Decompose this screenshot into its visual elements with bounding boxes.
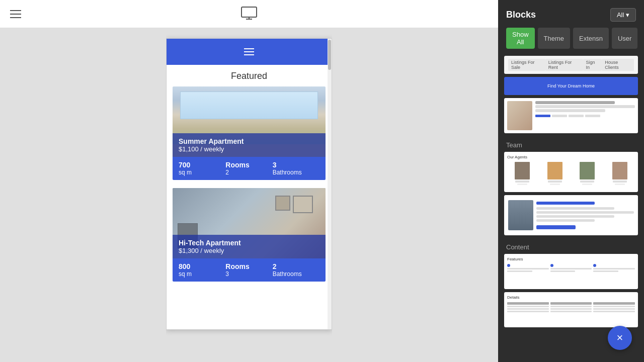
thumb-agent-text-4	[536, 219, 595, 222]
thumb-blue-banner-text: Find Your Dream Home	[547, 83, 595, 88]
thumb-prop-line-2	[535, 109, 605, 112]
thumb-team-agents-row	[507, 162, 635, 185]
thumb-feature-line-3	[593, 268, 635, 269]
mobile-hamburger-icon	[244, 48, 254, 55]
thumb-nav-link-4: House Clients	[602, 59, 634, 71]
thumb-feature-line-1	[507, 268, 549, 269]
thumb-agent-role-1	[517, 184, 527, 185]
property-price-1: $1,100 / weekly	[179, 145, 319, 153]
block-thumb-details[interactable]: Details	[504, 292, 638, 327]
team-section-label: Team	[498, 136, 644, 152]
thumb-detail-row-2a	[550, 306, 592, 307]
thumb-detail-col-1	[507, 302, 549, 312]
thumb-prop-tabs	[535, 115, 635, 117]
thumb-feature-1	[507, 264, 549, 272]
thumb-details-content: Details	[504, 292, 638, 327]
thumb-blue-banner-content: Find Your Dream Home	[504, 77, 638, 95]
property-price-2: $1,300 / weekly	[179, 247, 319, 254]
close-fab-button[interactable]: ×	[608, 326, 632, 350]
property-image-2: Hi-Tech Apartment $1,300 / weekly	[173, 188, 326, 258]
property-stats-2: 800 sq m Rooms 3 2 Bathrooms	[173, 258, 326, 282]
left-panel: Featured Summer Apartment $1,100 / weekl…	[0, 0, 498, 362]
property-overlay-2: Hi-Tech Apartment $1,300 / weekly	[173, 235, 326, 258]
thumb-detail-row-2c	[550, 311, 592, 312]
thumb-feature-line-3b	[593, 270, 618, 272]
tab-extension[interactable]: Extensn	[573, 28, 609, 49]
tab-user[interactable]: User	[612, 28, 637, 49]
thumb-prop-info	[535, 101, 635, 130]
thumb-features-title: Features	[507, 257, 635, 261]
thumb-prop-title-line	[535, 101, 615, 104]
thumb-detail-col-3	[593, 302, 635, 312]
property-name-2: Hi-Tech Apartment	[179, 239, 319, 247]
thumb-detail-row-1a	[507, 306, 549, 307]
thumb-nav-link-2: Listings For Rent	[545, 59, 583, 71]
thumb-detail-header-1	[507, 302, 549, 305]
block-thumb-agent-detail[interactable]	[504, 195, 638, 235]
thumb-prop-line-1	[535, 105, 635, 108]
thumb-agent-3	[572, 162, 603, 185]
property-name-1: Summer Apartment	[179, 137, 319, 145]
thumb-nav-links-content: Listings For Sale Listings For Rent Sign…	[504, 56, 638, 74]
property-overlay-1: Summer Apartment $1,100 / weekly	[173, 133, 326, 157]
thumb-agent-role-2	[550, 184, 560, 185]
mobile-nav-bar	[167, 39, 332, 65]
thumb-prop-tab-4	[585, 115, 600, 117]
thumb-nav-link-3: Sign In	[583, 59, 602, 71]
svg-rect-0	[242, 7, 257, 17]
preview-area: Featured Summer Apartment $1,100 / weekl…	[166, 28, 332, 362]
thumb-feature-line-1b	[507, 270, 532, 272]
all-filter-dropdown[interactable]: All ▾	[610, 8, 636, 22]
thumb-feature-dot-3	[593, 264, 596, 267]
blocks-header: Blocks All ▾	[498, 0, 644, 28]
thumb-detail-header-3	[593, 302, 635, 305]
thumb-agent-name-line	[536, 202, 595, 205]
featured-section-title: Featured	[167, 65, 332, 86]
thumb-agent-photo-4	[612, 162, 627, 179]
thumb-agent-4	[605, 162, 635, 185]
thumb-prop-tab-3	[569, 115, 584, 117]
thumb-agent-detail-content	[504, 195, 638, 235]
property-card-1[interactable]: Summer Apartment $1,100 / weekly 700 sq …	[173, 86, 326, 180]
content-section-label: Content	[498, 238, 644, 254]
thumb-agent-cta	[536, 225, 576, 229]
block-thumb-blue-banner[interactable]: Find Your Dream Home	[504, 77, 638, 95]
stat-bathrooms-2: 2 Bathrooms	[273, 262, 319, 278]
thumb-agent-name-1	[515, 180, 529, 183]
monitor-icon	[240, 5, 258, 23]
mobile-scrollbar[interactable]	[328, 39, 332, 329]
thumb-feature-dot-2	[550, 264, 553, 267]
thumb-detail-col-2	[550, 302, 592, 312]
thumb-prop-tab-2	[552, 115, 567, 117]
thumb-detail-row-1b	[507, 308, 549, 310]
thumb-features-content: Features	[504, 254, 638, 289]
thumb-detail-header-2	[550, 302, 592, 305]
property-card-2[interactable]: Hi-Tech Apartment $1,300 / weekly 800 sq…	[173, 188, 326, 282]
thumb-agent-name-2	[548, 180, 562, 183]
property-stats-1: 700 sq m Rooms 2 3 Bathrooms	[173, 157, 326, 180]
block-thumb-features[interactable]: Features	[504, 254, 638, 289]
thumb-agent-name-4	[613, 180, 627, 183]
block-thumb-property-detail[interactable]	[504, 98, 638, 133]
thumb-details-grid	[507, 302, 635, 312]
tab-show-all[interactable]: Show All	[506, 28, 535, 49]
mobile-preview-frame: Featured Summer Apartment $1,100 / weekl…	[166, 38, 332, 330]
block-thumb-team-agents[interactable]: Our Agents	[504, 152, 638, 192]
thumb-agent-name-3	[580, 180, 594, 183]
thumb-detail-row-3a	[593, 306, 635, 307]
close-fab-icon: ×	[617, 332, 623, 343]
stat-sqm-1: 700 sq m	[179, 161, 225, 176]
thumb-agent-text	[536, 202, 634, 229]
tab-theme[interactable]: Theme	[538, 28, 570, 49]
thumb-prop-tab-1	[535, 115, 550, 117]
blocks-title: Blocks	[506, 10, 536, 20]
block-thumb-nav-links[interactable]: Listings For Sale Listings For Rent Sign…	[504, 56, 638, 74]
blocks-sidebar: Blocks All ▾ Show All Theme Extensn User…	[498, 0, 644, 362]
thumb-prop-image	[507, 101, 532, 130]
thumb-detail-row-3c	[593, 311, 635, 312]
stat-sqm-2: 800 sq m	[179, 262, 225, 278]
filter-tabs: Show All Theme Extensn User	[498, 28, 644, 56]
hamburger-menu-icon[interactable]	[10, 10, 21, 18]
thumb-agent-1	[507, 162, 538, 185]
property-image-1: Summer Apartment $1,100 / weekly	[173, 86, 326, 157]
